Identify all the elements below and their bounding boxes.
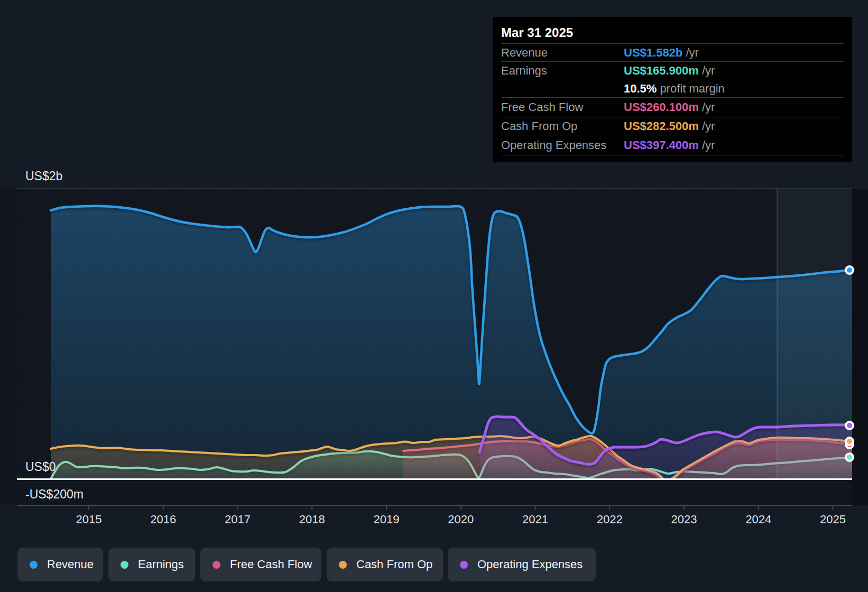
svg-text:2020: 2020: [448, 513, 474, 526]
svg-text:2015: 2015: [76, 513, 102, 526]
svg-text:-US$200m: -US$200m: [25, 487, 84, 501]
svg-text:2023: 2023: [671, 513, 697, 526]
svg-text:US$0: US$0: [25, 460, 56, 474]
svg-text:2018: 2018: [299, 513, 325, 526]
svg-text:2017: 2017: [225, 513, 251, 526]
svg-text:2022: 2022: [597, 513, 623, 526]
svg-text:US$2b: US$2b: [25, 169, 62, 183]
svg-text:2025: 2025: [820, 513, 846, 526]
svg-text:2021: 2021: [522, 513, 548, 526]
svg-text:2024: 2024: [745, 513, 771, 526]
svg-text:2016: 2016: [150, 513, 176, 526]
svg-text:2019: 2019: [374, 513, 400, 526]
